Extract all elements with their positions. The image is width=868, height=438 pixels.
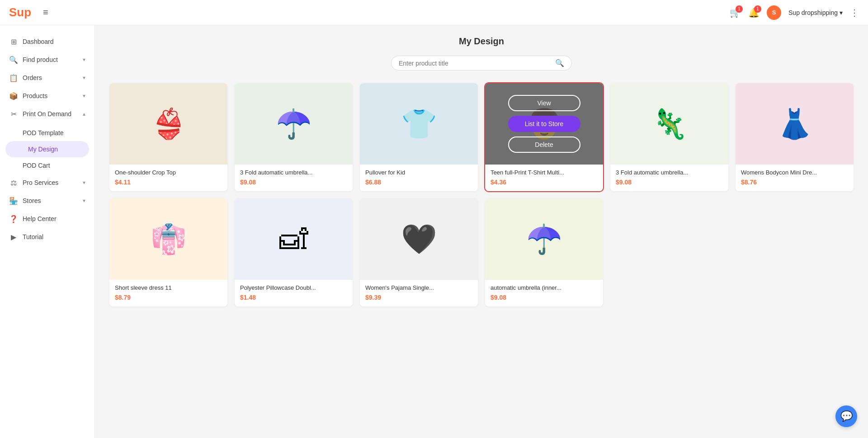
main-content: My Design 🔍 👙One-shoulder Crop Top$4.11☂… bbox=[95, 25, 868, 438]
sidebar-item-label: Products bbox=[23, 92, 47, 99]
product-info: automatic umbrella (inner...$9.08 bbox=[485, 280, 603, 306]
sidebar-item-pro-services[interactable]: ⚖ Pro Services ▾ bbox=[0, 174, 94, 192]
product-name: Pullover for Kid bbox=[365, 169, 472, 176]
search-icon: 🔍 bbox=[9, 55, 18, 64]
sidebar-item-label: My Design bbox=[28, 146, 58, 153]
product-image: ☂️ bbox=[235, 83, 353, 165]
product-card[interactable]: 🦎3 Fold automatic umbrella...$9.08 bbox=[610, 83, 728, 191]
chat-icon: 💬 bbox=[840, 410, 853, 422]
product-image: 👗 bbox=[736, 83, 854, 165]
products-icon: 📦 bbox=[9, 91, 18, 100]
product-name: Short sleeve dress 11 bbox=[115, 284, 222, 291]
product-card[interactable]: 🛋Polyester Pillowcase Doubl...$1.48 bbox=[235, 198, 353, 306]
dashboard-icon: ⊞ bbox=[9, 37, 18, 46]
chevron-up-icon: ▴ bbox=[83, 111, 85, 117]
product-info: Womens Bodycon Mini Dre...$8.76 bbox=[736, 165, 854, 191]
chat-button[interactable]: 💬 bbox=[835, 405, 857, 427]
product-card[interactable]: ☂️3 Fold automatic umbrella...$9.08 bbox=[235, 83, 353, 191]
product-info: Polyester Pillowcase Doubl...$1.48 bbox=[235, 280, 353, 306]
product-name: One-shoulder Crop Top bbox=[115, 169, 222, 176]
username-label[interactable]: Sup dropshipping ▾ bbox=[788, 9, 843, 16]
topbar: Sup ≡ 🛒 1 🔔 1 S Sup dropshipping ▾ ⋮ bbox=[0, 0, 868, 25]
orders-icon: 📋 bbox=[9, 73, 18, 82]
print-on-demand-icon: ✂ bbox=[9, 109, 18, 118]
product-name: 3 Fold automatic umbrella... bbox=[240, 169, 347, 176]
product-price: $9.08 bbox=[240, 179, 347, 186]
search-input[interactable] bbox=[399, 60, 552, 67]
product-name: automatic umbrella (inner... bbox=[491, 284, 598, 291]
sidebar-item-label: POD Template bbox=[23, 129, 64, 137]
product-info: Teen full-Print T-Shirt Multi...$4.36 bbox=[485, 165, 603, 191]
sidebar-item-label: POD Cart bbox=[23, 162, 50, 169]
product-grid: 👙One-shoulder Crop Top$4.11☂️3 Fold auto… bbox=[109, 83, 854, 306]
user-avatar[interactable]: S bbox=[767, 5, 781, 20]
sidebar-item-find-product[interactable]: 🔍 Find product ▾ bbox=[0, 51, 94, 69]
product-name: Womens Bodycon Mini Dre... bbox=[741, 169, 848, 176]
product-card[interactable]: 👙One-shoulder Crop Top$4.11 bbox=[109, 83, 227, 191]
sidebar-item-label: Tutorial bbox=[23, 233, 43, 240]
sidebar-item-my-design[interactable]: My Design bbox=[5, 141, 89, 157]
product-hover-overlay: ViewList it to StoreDelete bbox=[485, 83, 603, 165]
sidebar: ⊞ Dashboard 🔍 Find product ▾ 📋 Orders ▾ … bbox=[0, 0, 95, 438]
chevron-down-icon: ▾ bbox=[83, 179, 85, 186]
chevron-down-icon: ▾ bbox=[83, 57, 85, 63]
sidebar-item-label: Orders bbox=[23, 74, 42, 81]
product-price: $1.48 bbox=[240, 294, 347, 301]
sidebar-item-label: Print On Demand bbox=[23, 110, 71, 118]
product-card[interactable]: ☂️automatic umbrella (inner...$9.08 bbox=[485, 198, 603, 306]
sidebar-item-help-center[interactable]: ❓ Help Center bbox=[0, 210, 94, 228]
product-card[interactable]: 👘Short sleeve dress 11$8.79 bbox=[109, 198, 227, 306]
bell-icon[interactable]: 🔔 1 bbox=[748, 7, 760, 18]
product-name: Teen full-Print T-Shirt Multi... bbox=[491, 169, 598, 176]
product-name: 3 Fold automatic umbrella... bbox=[616, 169, 723, 176]
help-icon: ❓ bbox=[9, 214, 18, 223]
bell-badge: 1 bbox=[754, 5, 761, 13]
sidebar-item-pod-template[interactable]: POD Template bbox=[0, 125, 94, 141]
sidebar-item-products[interactable]: 📦 Products ▾ bbox=[0, 87, 94, 105]
sidebar-item-label: Pro Services bbox=[23, 179, 58, 186]
sidebar-item-pod-cart[interactable]: POD Cart bbox=[0, 157, 94, 174]
product-image: ☂️ bbox=[485, 198, 603, 280]
chevron-down-icon: ▾ bbox=[83, 93, 85, 99]
product-image: 🛋 bbox=[235, 198, 353, 280]
product-info: Short sleeve dress 11$8.79 bbox=[109, 280, 227, 306]
product-card[interactable]: 👗Womens Bodycon Mini Dre...$8.76 bbox=[736, 83, 854, 191]
cart-icon[interactable]: 🛒 1 bbox=[730, 7, 741, 18]
chevron-down-icon: ▾ bbox=[83, 75, 85, 81]
product-image: 👦ViewList it to StoreDelete bbox=[485, 83, 603, 165]
cart-badge: 1 bbox=[736, 5, 743, 13]
chevron-down-icon: ▾ bbox=[83, 198, 85, 204]
product-image: 🖤 bbox=[360, 198, 478, 280]
sidebar-item-print-on-demand[interactable]: ✂ Print On Demand ▴ bbox=[0, 105, 94, 123]
product-card[interactable]: 👦ViewList it to StoreDeleteTeen full-Pri… bbox=[485, 83, 603, 191]
topbar-right: 🛒 1 🔔 1 S Sup dropshipping ▾ ⋮ bbox=[730, 5, 859, 20]
list-to-store-button[interactable]: List it to Store bbox=[508, 116, 580, 132]
product-image: 🦎 bbox=[610, 83, 728, 165]
sidebar-item-orders[interactable]: 📋 Orders ▾ bbox=[0, 69, 94, 87]
product-price: $9.39 bbox=[365, 294, 472, 301]
product-price: $4.11 bbox=[115, 179, 222, 186]
sidebar-item-tutorial[interactable]: ▶ Tutorial bbox=[0, 228, 94, 246]
hamburger-icon[interactable]: ≡ bbox=[43, 7, 48, 18]
product-card[interactable]: 👕Pullover for Kid$6.88 bbox=[360, 83, 478, 191]
sidebar-item-label: Dashboard bbox=[23, 38, 54, 45]
more-menu-icon[interactable]: ⋮ bbox=[850, 7, 859, 18]
product-price: $6.88 bbox=[365, 179, 472, 186]
stores-icon: 🏪 bbox=[9, 196, 18, 205]
delete-button[interactable]: Delete bbox=[508, 137, 580, 153]
product-image: 👕 bbox=[360, 83, 478, 165]
sidebar-item-label: Help Center bbox=[23, 215, 57, 222]
product-price: $8.79 bbox=[115, 294, 222, 301]
app-logo: Sup bbox=[9, 5, 31, 19]
sidebar-item-label: Find product bbox=[23, 56, 58, 63]
search-icon: 🔍 bbox=[555, 59, 564, 67]
product-card[interactable]: 🖤Women's Pajama Single...$9.39 bbox=[360, 198, 478, 306]
sidebar-item-dashboard[interactable]: ⊞ Dashboard bbox=[0, 33, 94, 51]
sidebar-item-label: Stores bbox=[23, 197, 41, 204]
product-price: $8.76 bbox=[741, 179, 848, 186]
pod-submenu: POD Template My Design POD Cart bbox=[0, 125, 94, 174]
product-price: $9.08 bbox=[491, 294, 598, 301]
view-button[interactable]: View bbox=[508, 95, 580, 111]
product-info: Women's Pajama Single...$9.39 bbox=[360, 280, 478, 306]
sidebar-item-stores[interactable]: 🏪 Stores ▾ bbox=[0, 192, 94, 210]
